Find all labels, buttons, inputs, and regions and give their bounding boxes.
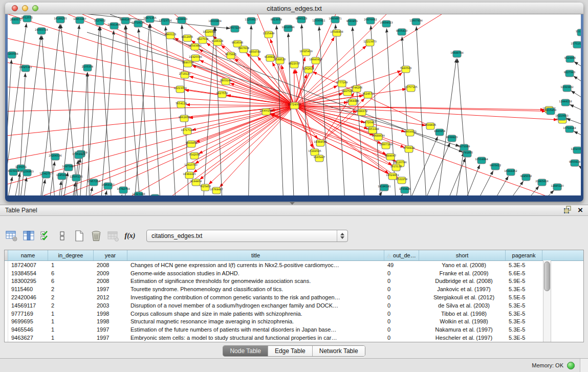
tab-network-table[interactable]: Network Table: [312, 346, 365, 356]
graph-edge-black[interactable]: [458, 58, 469, 195]
table-row[interactable]: 1456911722003Disruption of a novel membe…: [5, 301, 583, 310]
cell-in_degree[interactable]: 1: [48, 311, 94, 317]
cell-in_degree[interactable]: 2: [48, 294, 94, 300]
graph-edge-black[interactable]: [512, 186, 539, 195]
cell-out_degree[interactable]: 0: [384, 335, 419, 341]
cell-title[interactable]: Investigating the contribution of common…: [127, 294, 384, 300]
graph-edge-red[interactable]: [313, 72, 430, 126]
table-vertical-scrollbar[interactable]: [543, 260, 551, 342]
table-row[interactable]: 977716911998Corpus callosum shape and si…: [5, 310, 583, 318]
table-row[interactable]: 2242004622012Investigating the contribut…: [5, 293, 583, 301]
graph-edge-black[interactable]: [84, 187, 93, 195]
graph-edge-black[interactable]: [574, 131, 581, 142]
cell-pagerank[interactable]: 5.3E-5: [506, 326, 542, 333]
cell-short[interactable]: Franke et al. (2009): [419, 270, 506, 276]
cell-title[interactable]: Estimation of significance thresholds fo…: [127, 278, 384, 284]
graph-edge-black[interactable]: [126, 25, 141, 195]
tab-node-table[interactable]: Node Table: [223, 346, 268, 356]
cell-year[interactable]: 1998: [94, 318, 127, 324]
table-row[interactable]: 946362711997Embryonic stem cells: a mode…: [5, 334, 583, 342]
cell-title[interactable]: Tourette syndrome. Phenomenology and cla…: [127, 286, 384, 292]
graph-edge-black[interactable]: [215, 27, 223, 195]
cell-pagerank[interactable]: 5.6E-5: [506, 270, 542, 276]
delete-trash-button[interactable]: [90, 229, 103, 243]
cell-name[interactable]: 9465546: [8, 326, 48, 333]
column-visibility-button[interactable]: [22, 229, 35, 243]
graph-edge-black[interactable]: [468, 170, 493, 195]
cell-name[interactable]: 22420046: [8, 294, 48, 300]
cell-name[interactable]: 19384554: [8, 270, 48, 276]
graph-edge-black[interactable]: [417, 26, 427, 195]
table-row[interactable]: 969969511998Structural magnetic resonanc…: [5, 318, 583, 326]
graph-edge-black[interactable]: [48, 161, 55, 195]
cell-in_degree[interactable]: 6: [48, 270, 94, 276]
cell-name[interactable]: 14569117: [8, 302, 48, 309]
column-header-name[interactable]: name: [8, 250, 48, 260]
function-builder-button[interactable]: f(x): [123, 229, 137, 243]
cell-title[interactable]: Disruption of a novel member of a sodium…: [127, 302, 384, 309]
graph-edge-black[interactable]: [389, 194, 403, 195]
cell-in_degree[interactable]: 2: [48, 302, 94, 309]
table-row[interactable]: 1938455462009Genome-wide association stu…: [5, 269, 583, 277]
cell-title[interactable]: Changes of HCN gene expression and I(f) …: [127, 262, 384, 268]
cell-in_degree[interactable]: 1: [48, 318, 94, 324]
graph-edge-black[interactable]: [437, 58, 456, 195]
cell-title[interactable]: Genome-wide association studies in ADHD.: [127, 270, 384, 276]
cell-out_degree[interactable]: 0: [384, 270, 419, 276]
cell-out_degree[interactable]: 0: [384, 302, 419, 309]
cell-short[interactable]: Stergiakouli et al. (2012): [419, 294, 506, 300]
cell-pagerank[interactable]: 5.3E-5: [506, 262, 542, 268]
table-row[interactable]: 1872400712008Changes of HCN gene express…: [5, 261, 583, 269]
cell-in_degree[interactable]: 6: [48, 278, 94, 284]
memory-status-indicator[interactable]: [567, 362, 575, 369]
cell-pagerank[interactable]: 5.5E-5: [506, 294, 542, 300]
cell-title[interactable]: Embryonic stem cells: a model to study s…: [127, 335, 384, 341]
graph-edge-black[interactable]: [366, 191, 382, 195]
graph-edge-black[interactable]: [570, 104, 581, 117]
graph-edge-red[interactable]: [294, 106, 405, 148]
cell-short[interactable]: Jankovic et al. (1997): [419, 286, 506, 292]
graph-edge-black[interactable]: [8, 177, 12, 195]
cell-name[interactable]: 9115460: [8, 286, 48, 292]
graph-edge-black[interactable]: [84, 26, 99, 195]
cell-year[interactable]: 1997: [94, 286, 127, 292]
cell-in_degree[interactable]: 2: [48, 286, 94, 292]
cell-pagerank[interactable]: 5.3E-5: [506, 286, 542, 292]
cell-title[interactable]: Estimation of the future numbers of pati…: [127, 326, 384, 333]
graph-edge-red[interactable]: [294, 106, 398, 178]
graph-edge-black[interactable]: [496, 181, 524, 195]
cell-year[interactable]: 1997: [94, 326, 127, 333]
cell-in_degree[interactable]: 1: [48, 335, 94, 341]
cell-pagerank[interactable]: 5.3E-5: [506, 302, 542, 309]
cell-title[interactable]: Corpus callosum shape and size in male p…: [127, 311, 384, 317]
graph-edge-black[interactable]: [484, 176, 508, 195]
graph-edge-black[interactable]: [133, 24, 149, 195]
graph-edge-black[interactable]: [288, 33, 294, 195]
cell-in_degree[interactable]: 1: [48, 262, 94, 268]
cell-title[interactable]: Structural magnetic resonance image aver…: [127, 318, 384, 324]
cell-short[interactable]: Hescheler et al. (1997): [419, 335, 506, 341]
column-header-in_degree[interactable]: in_degree: [48, 250, 94, 260]
graph-edge-black[interactable]: [578, 166, 581, 178]
graph-edge-black[interactable]: [182, 25, 189, 195]
graph-edge-red[interactable]: [294, 37, 334, 105]
cell-pagerank[interactable]: 5.3E-5: [506, 335, 542, 341]
cell-name[interactable]: 9463627: [8, 335, 48, 341]
cell-name[interactable]: 9777169: [8, 311, 48, 317]
graph-edge-black[interactable]: [139, 28, 151, 195]
graph-edge-black[interactable]: [571, 91, 581, 106]
cell-year[interactable]: 2008: [94, 278, 127, 284]
row-selection-button[interactable]: [39, 229, 52, 243]
table-source-dropdown[interactable]: citations_edges.txt: [146, 230, 348, 242]
table-row[interactable]: 1830029562008Estimation of significance …: [5, 277, 583, 286]
cell-name[interactable]: 9699695: [8, 318, 48, 324]
graph-edge-black[interactable]: [573, 76, 581, 91]
graph-edge-black[interactable]: [417, 143, 450, 195]
column-header-short[interactable]: short: [419, 250, 506, 260]
resize-grip[interactable]: [580, 359, 588, 372]
cell-year[interactable]: 2003: [94, 302, 127, 309]
graph-edge-red[interactable]: [294, 106, 546, 112]
column-header-title[interactable]: title: [127, 250, 384, 260]
cell-year[interactable]: 2012: [94, 294, 127, 300]
graph-edge-black[interactable]: [100, 26, 113, 195]
